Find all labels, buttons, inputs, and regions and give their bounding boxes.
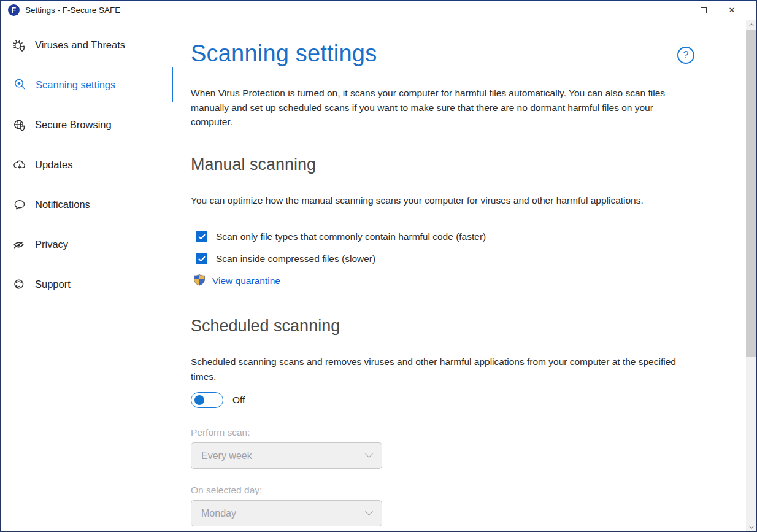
checkbox-row-scan-file-types: Scan only file types that commonly conta… [196, 231, 486, 242]
sidebar-item-label: Notifications [35, 199, 90, 210]
checkmark-icon [198, 256, 206, 262]
sidebar-item-scanning-settings[interactable]: Scanning settings [2, 67, 173, 102]
main-content: Scanning settings ? When Virus Protectio… [191, 20, 712, 532]
sidebar: Viruses and Threats Scanning settings [1, 20, 174, 532]
checkbox-scan-file-types[interactable] [196, 231, 207, 242]
dropdown-selected-value: Monday [201, 508, 366, 519]
close-icon: ✕ [729, 6, 736, 14]
page-title: Scanning settings [191, 40, 377, 67]
bug-shield-icon [12, 38, 27, 53]
sidebar-item-label: Viruses and Threats [35, 39, 125, 51]
sidebar-item-label: Privacy [35, 239, 68, 250]
sidebar-item-privacy[interactable]: Privacy [1, 225, 174, 264]
scheduled-scanning-heading: Scheduled scanning [191, 317, 340, 336]
window-controls: ✕ [661, 1, 746, 20]
manual-scanning-heading: Manual scanning [191, 155, 316, 174]
sidebar-item-updates[interactable]: Updates [1, 145, 174, 185]
manual-scanning-description: You can optimize how the manual scanning… [191, 193, 648, 208]
sidebar-item-label: Scanning settings [36, 79, 115, 91]
scroll-down-button[interactable] [746, 522, 756, 532]
sidebar-item-label: Support [35, 279, 71, 290]
checkbox-label: Scan inside compressed files (slower) [216, 253, 375, 264]
toggle-knob [194, 395, 204, 405]
sidebar-item-viruses-and-threats[interactable]: Viruses and Threats [1, 25, 174, 65]
perform-scan-dropdown[interactable]: Every week [191, 442, 382, 469]
speech-bubble-icon [12, 198, 27, 212]
close-button[interactable]: ✕ [718, 1, 746, 20]
toggle-state-label: Off [232, 395, 245, 406]
sidebar-item-label: Secure Browsing [35, 119, 112, 131]
intro-text: When Virus Protection is turned on, it s… [191, 86, 685, 129]
checkbox-row-scan-compressed: Scan inside compressed files (slower) [196, 253, 375, 264]
settings-window: F Settings - F-Secure SAFE ✕ Viruses and… [0, 0, 757, 532]
globe-shield-icon [12, 118, 27, 133]
uac-shield-icon [193, 274, 206, 288]
perform-scan-label: Perform scan: [191, 427, 250, 438]
minimize-icon [672, 10, 679, 10]
scheduled-scanning-description: Scheduled scanning scans and removes vir… [191, 355, 700, 384]
chevron-down-icon [365, 507, 373, 515]
window-title: Settings - F-Secure SAFE [25, 6, 120, 15]
dropdown-selected-value: Every week [201, 450, 366, 461]
on-selected-day-dropdown[interactable]: Monday [191, 500, 382, 526]
sidebar-item-secure-browsing[interactable]: Secure Browsing [1, 105, 174, 145]
chevron-down-icon [365, 450, 373, 458]
chevron-up-icon [748, 23, 753, 28]
sidebar-item-label: Updates [35, 159, 72, 171]
checkbox-label: Scan only file types that commonly conta… [216, 231, 486, 242]
view-quarantine-link[interactable]: View quarantine [212, 276, 280, 287]
eye-slash-icon [12, 237, 27, 252]
chevron-down-icon [748, 523, 753, 528]
headset-icon [12, 277, 27, 292]
maximize-icon [701, 7, 707, 13]
scan-magnifier-icon [13, 77, 28, 92]
fsecure-logo-icon: F [8, 4, 20, 16]
title-bar: F Settings - F-Secure SAFE ✕ [1, 1, 756, 20]
help-icon[interactable]: ? [677, 47, 694, 64]
quarantine-row: View quarantine [193, 274, 280, 288]
checkbox-scan-compressed[interactable] [196, 253, 207, 264]
minimize-button[interactable] [661, 1, 690, 20]
on-selected-day-label: On selected day: [191, 485, 262, 496]
checkmark-icon [198, 234, 206, 240]
cloud-download-icon [12, 158, 27, 172]
scroll-up-button[interactable] [746, 20, 756, 30]
scrollbar-thumb[interactable] [746, 30, 756, 357]
sidebar-item-support[interactable]: Support [1, 264, 174, 304]
scheduled-scanning-toggle-row: Off [191, 392, 245, 408]
maximize-button[interactable] [690, 1, 718, 20]
sidebar-item-notifications[interactable]: Notifications [1, 185, 174, 225]
scheduled-scanning-toggle[interactable] [191, 392, 223, 408]
vertical-scrollbar[interactable] [746, 20, 756, 532]
